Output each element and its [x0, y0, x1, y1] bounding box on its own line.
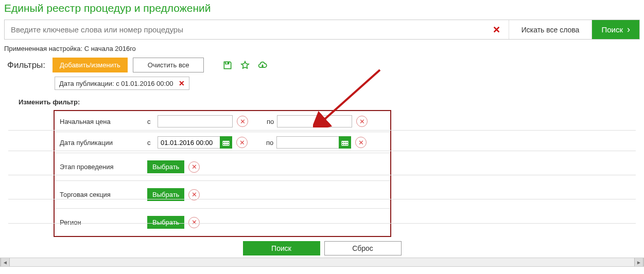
- calendar-from-icon[interactable]: [220, 136, 232, 149]
- price-from-input[interactable]: [158, 115, 233, 127]
- filters-label: Фильтры:: [7, 60, 45, 70]
- svg-rect-8: [228, 144, 229, 145]
- calendar-to-icon[interactable]: [339, 136, 351, 149]
- row-section: Торговая секция Выбрать ✕: [55, 181, 390, 209]
- to-prefix: по: [266, 139, 276, 147]
- svg-rect-7: [225, 144, 227, 145]
- remove-chip-icon[interactable]: ✕: [179, 79, 185, 87]
- applied-prefix: Примененная настройка:: [4, 45, 82, 52]
- price-to-input[interactable]: [277, 115, 352, 127]
- label-pubdate: Дата публикации: [60, 139, 147, 147]
- select-stage-button[interactable]: Выбрать: [147, 160, 184, 173]
- clear-price-from-icon[interactable]: ✕: [237, 116, 248, 127]
- search-bar: ✕ Искать все слова Поиск ›: [4, 20, 640, 40]
- svg-rect-2: [222, 139, 230, 141]
- filters-toolbar: Фильтры: Добавить/изменить Очистить все: [4, 58, 640, 72]
- row-region: Регион Выбрать ✕: [55, 209, 390, 236]
- clear-all-button[interactable]: Очистить все: [133, 58, 204, 72]
- row-pubdate: Дата публикации с ✕ по ✕: [55, 132, 390, 153]
- svg-rect-5: [228, 142, 229, 143]
- save-icon[interactable]: [221, 59, 234, 71]
- svg-rect-13: [346, 142, 347, 143]
- cloud-download-icon[interactable]: [256, 59, 269, 71]
- active-filter-chips: Дата публикации: с 01.01.2016 00:00 ✕: [4, 77, 640, 90]
- add-edit-filter-button[interactable]: Добавить/изменить: [53, 58, 128, 72]
- svg-rect-16: [346, 144, 347, 145]
- clear-pubdate-from-icon[interactable]: ✕: [236, 137, 248, 148]
- search-button-label: Поиск: [601, 25, 623, 34]
- svg-rect-4: [225, 142, 227, 143]
- pubdate-to-input[interactable]: [276, 136, 339, 149]
- search-button[interactable]: Поиск ›: [592, 20, 639, 39]
- svg-rect-15: [344, 144, 345, 145]
- select-region-button[interactable]: Выбрать: [147, 216, 184, 229]
- svg-rect-11: [342, 142, 343, 143]
- horizontal-scrollbar[interactable]: ◄ ►: [0, 258, 644, 267]
- svg-rect-3: [223, 142, 224, 143]
- search-input[interactable]: [5, 20, 484, 39]
- label-price: Начальная цена: [60, 118, 147, 125]
- scroll-right-icon[interactable]: ►: [634, 258, 643, 266]
- form-reset-button[interactable]: Сброс: [324, 241, 402, 255]
- form-action-buttons: Поиск Сброс: [4, 241, 640, 255]
- filter-area: Начальная цена с ✕ по ✕ Дата публикации …: [4, 110, 640, 237]
- clear-price-to-icon[interactable]: ✕: [356, 116, 368, 127]
- row-stage: Этап проведения Выбрать ✕: [55, 153, 390, 181]
- scroll-left-icon[interactable]: ◄: [1, 258, 10, 266]
- chip-label: Дата публикации: с 01.01.2016 00:00: [59, 80, 173, 87]
- label-stage: Этап проведения: [60, 163, 147, 171]
- filter-form-box: Начальная цена с ✕ по ✕ Дата публикации …: [54, 110, 391, 237]
- page-title: Единый реестр процедур и предложений: [4, 2, 640, 14]
- row-price: Начальная цена с ✕ по ✕: [55, 111, 390, 132]
- pubdate-from-input[interactable]: [158, 136, 220, 149]
- chevron-right-icon: ›: [627, 24, 630, 35]
- search-mode-dropdown[interactable]: Искать все слова: [509, 20, 593, 39]
- search-input-wrap: ✕: [5, 20, 509, 39]
- clear-pubdate-to-icon[interactable]: ✕: [355, 137, 367, 148]
- from-prefix: с: [147, 139, 158, 147]
- svg-rect-14: [342, 144, 343, 145]
- from-prefix: с: [147, 118, 158, 125]
- to-prefix: по: [267, 118, 277, 125]
- scroll-track[interactable]: [10, 258, 634, 266]
- star-icon[interactable]: [239, 59, 251, 71]
- edit-filter-heading: Изменить фильтр:: [19, 98, 640, 106]
- applied-settings-row: Примененная настройка: С начала 2016го: [4, 45, 640, 52]
- clear-stage-icon[interactable]: ✕: [188, 161, 200, 173]
- label-section: Торговая секция: [60, 191, 147, 198]
- svg-rect-12: [344, 142, 345, 143]
- applied-value: С начала 2016го: [84, 45, 136, 52]
- svg-rect-6: [223, 144, 224, 145]
- clear-region-icon[interactable]: ✕: [188, 217, 200, 228]
- svg-rect-10: [341, 139, 349, 141]
- clear-search-icon[interactable]: ✕: [484, 24, 509, 35]
- label-region: Регион: [60, 218, 147, 226]
- form-search-button[interactable]: Поиск: [243, 241, 320, 255]
- filter-chip-pubdate: Дата публикации: с 01.01.2016 00:00 ✕: [55, 77, 189, 90]
